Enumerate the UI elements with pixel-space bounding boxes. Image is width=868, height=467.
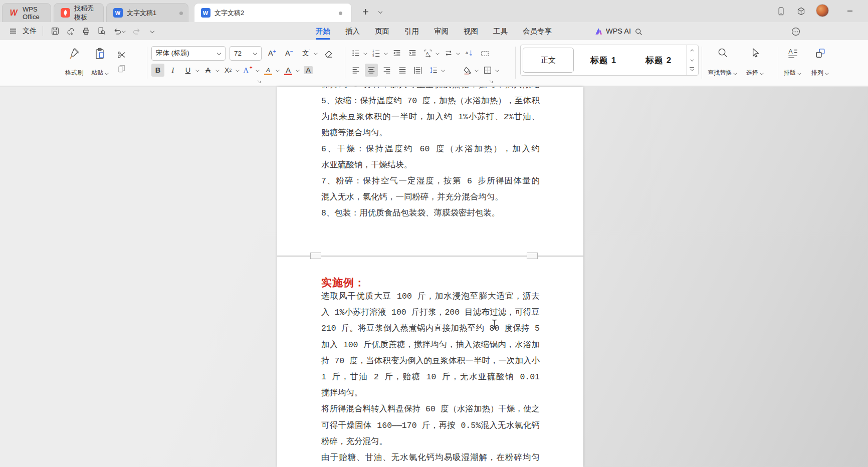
menu-item-review[interactable]: 审阅	[433, 22, 450, 40]
export-pdf-button[interactable]	[65, 25, 77, 37]
tab-document-1[interactable]: W 文字文稿1	[106, 3, 188, 22]
grow-font-button[interactable]: A+	[266, 47, 279, 60]
superscript-button[interactable]: X2	[222, 64, 240, 77]
decrease-indent-button[interactable]	[390, 47, 403, 60]
main-menu-button[interactable]	[7, 25, 19, 37]
font-name-value: 宋体 (标题)	[156, 49, 189, 58]
shrink-font-button[interactable]: A−	[283, 47, 296, 60]
numbered-list-button[interactable]: 123	[370, 47, 388, 60]
doc-line: 为原来豆浆体积的一半时，加入约 1%小苏打、2%甘油、10%	[321, 109, 540, 125]
modified-dot	[179, 12, 183, 15]
chevron-down-icon	[253, 52, 257, 55]
save-button[interactable]	[49, 25, 61, 37]
ribbon-tabs: 开始 插入 页面 引用 审阅 视图 工具 会员专享	[315, 22, 553, 40]
user-avatar[interactable]	[816, 4, 829, 17]
menu-item-view[interactable]: 视图	[463, 22, 479, 40]
writer-doc-icon: W	[200, 8, 210, 18]
align-right-icon	[382, 66, 391, 75]
menu-item-insert[interactable]: 插入	[344, 22, 361, 40]
quick-toolbar-dropdown[interactable]	[146, 25, 158, 37]
tab-document-2-active[interactable]: W 文字文稿2	[194, 3, 352, 22]
chevron-down-icon	[364, 52, 367, 54]
new-tab-button[interactable]	[360, 6, 371, 17]
char-spacing-button[interactable]	[442, 47, 460, 60]
font-color-button[interactable]: A	[282, 64, 300, 77]
arrange-button[interactable]: 排列	[809, 45, 831, 78]
sort-button[interactable]: A	[463, 47, 476, 60]
strikethrough-button[interactable]: A	[201, 64, 220, 77]
redo-button-disabled[interactable]	[131, 25, 143, 37]
doc-line: 5、浓缩：保持温度约 70 度，加热（水浴加热），至体积变	[321, 93, 540, 109]
shading-button[interactable]	[461, 64, 479, 77]
gallery-down-icon[interactable]	[690, 59, 694, 61]
page-break-handle-left[interactable]	[310, 253, 321, 259]
format-painter-button[interactable]: 格式刷	[63, 45, 85, 78]
tab-label: 文字文稿2	[214, 9, 244, 18]
style-heading-2[interactable]: 标题 2	[631, 45, 686, 75]
clipboard-group: 格式刷 粘贴	[63, 45, 128, 78]
tab-list-dropdown[interactable]	[375, 6, 386, 17]
divider	[43, 26, 43, 36]
menu-item-home[interactable]: 开始	[315, 22, 331, 40]
show-marks-button[interactable]	[478, 47, 491, 60]
justify-button[interactable]	[396, 64, 409, 77]
mobile-device-icon[interactable]	[775, 5, 787, 17]
paste-button[interactable]: 粘贴	[89, 45, 111, 78]
print-button[interactable]	[80, 25, 92, 37]
paragraph-group-launcher-icon[interactable]	[489, 80, 494, 84]
align-center-button[interactable]	[365, 64, 378, 77]
gallery-up-icon[interactable]	[690, 50, 694, 52]
collaboration-more-button[interactable]	[790, 26, 802, 38]
style-normal[interactable]: 正文	[521, 45, 576, 75]
print-preview-button[interactable]	[96, 25, 108, 37]
highlight-button[interactable]: A	[262, 64, 280, 77]
find-replace-button[interactable]: 查找替换	[706, 45, 739, 78]
chevron-down-icon	[384, 52, 388, 54]
cut-button[interactable]	[115, 48, 128, 61]
search-button[interactable]	[632, 26, 644, 38]
distribute-button[interactable]	[411, 64, 424, 77]
format-painter-label: 格式刷	[65, 69, 83, 77]
chevron-down-icon	[442, 69, 445, 71]
borders-button[interactable]	[481, 64, 499, 77]
tab-label: WPS Office	[23, 6, 45, 21]
menu-item-page[interactable]: 页面	[374, 22, 390, 40]
char-shading-button[interactable]: A	[302, 64, 315, 77]
italic-button[interactable]: I	[166, 64, 179, 77]
text-effect-button[interactable]: A✦	[242, 64, 260, 77]
file-menu[interactable]: 文件	[23, 27, 37, 36]
bold-button[interactable]: B	[151, 64, 164, 77]
document-page[interactable]: 保持约 5 分钟，加入等重量优质焦糖，搅匀，抽入浓缩锅。 5、浓缩：保持温度约 …	[277, 87, 583, 467]
clear-format-button[interactable]	[322, 47, 335, 60]
menu-item-tools[interactable]: 工具	[492, 22, 509, 40]
minimize-button[interactable]	[844, 5, 856, 17]
underline-button[interactable]: U	[181, 64, 199, 77]
text-direction-button[interactable]: A	[421, 47, 440, 60]
chevron-down-icon	[216, 69, 220, 71]
tab-docer-templates[interactable]: 找稻壳模板	[54, 3, 104, 22]
font-size-select[interactable]: 72	[230, 46, 262, 61]
select-button[interactable]: 选择	[744, 45, 766, 78]
font-group-launcher-icon[interactable]	[257, 80, 262, 84]
select-label: 选择	[746, 69, 758, 77]
gallery-more-icon[interactable]	[690, 67, 694, 71]
typeset-button[interactable]: A 排版	[782, 45, 803, 78]
menu-item-member[interactable]: 会员专享	[522, 22, 553, 40]
phonetic-guide-button[interactable]: 文´	[300, 47, 318, 60]
menu-item-reference[interactable]: 引用	[403, 22, 420, 40]
app-center-icon[interactable]	[795, 5, 807, 17]
increase-indent-button[interactable]	[406, 47, 419, 60]
bullet-list-button[interactable]	[349, 47, 367, 60]
page-break-handle-right[interactable]	[527, 253, 538, 259]
undo-button[interactable]	[111, 25, 127, 37]
align-left-button[interactable]	[349, 64, 362, 77]
line-spacing-button[interactable]	[427, 64, 445, 77]
tab-wps-home[interactable]: W WPS Office	[2, 3, 51, 22]
style-heading-1[interactable]: 标题 1	[576, 45, 631, 75]
spacing-swap-icon	[444, 49, 453, 58]
sort-az-icon: A	[465, 49, 474, 58]
wps-ai-button[interactable]: WPS AI	[594, 22, 631, 40]
copy-button[interactable]	[115, 62, 128, 75]
align-right-button[interactable]	[380, 64, 393, 77]
font-name-select[interactable]: 宋体 (标题)	[151, 46, 226, 61]
